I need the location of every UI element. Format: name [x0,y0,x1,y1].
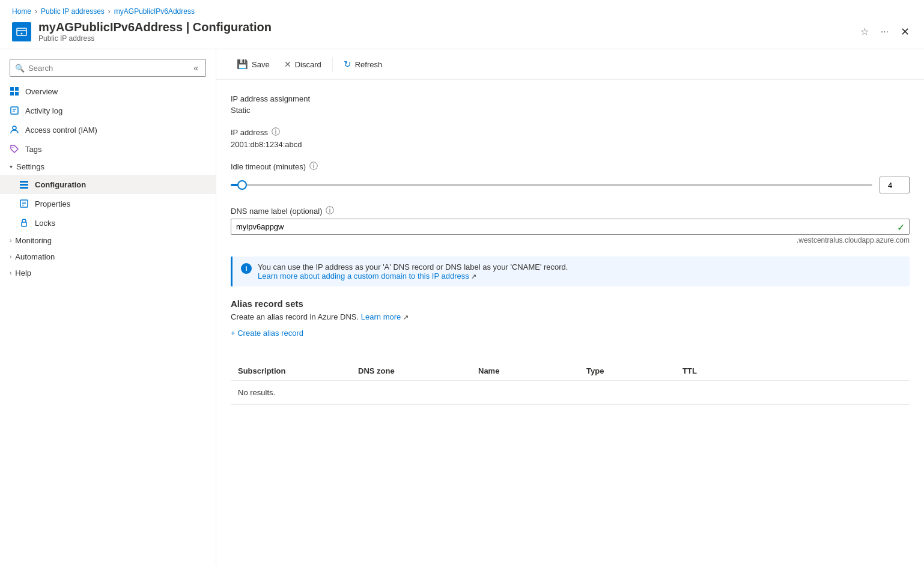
sidebar-item-activity-log[interactable]: Activity log [0,101,216,120]
search-input[interactable] [28,64,187,73]
config-content: IP address assignment Static IP address … [216,80,924,419]
dns-input-wrap: ✓ [231,219,910,235]
breadcrumb-home[interactable]: Home [12,7,31,16]
toolbar: 💾 Save ✕ Discard ↻ Refresh [216,49,924,80]
svg-rect-13 [20,184,28,186]
dns-input[interactable] [231,219,910,235]
sidebar-section-monitoring[interactable]: › Monitoring [0,232,216,249]
sidebar: 🔍 « Overview Activity log [0,49,216,564]
col-name: Name [478,366,586,375]
svg-rect-5 [10,92,14,96]
svg-point-10 [13,126,16,130]
chevron-right-icon: › [10,270,11,276]
automation-section-label: Automation [15,252,55,261]
col-subscription: Subscription [238,366,358,375]
discard-icon: ✕ [284,59,291,69]
create-alias-link[interactable]: + Create alias record [231,329,303,338]
sidebar-section-settings[interactable]: ▾ Settings [0,159,216,175]
save-icon: 💾 [237,59,248,70]
dns-checkmark-icon: ✓ [897,221,905,232]
dns-label-group: DNS name label (optional) ⓘ ✓ .westcentr… [231,205,910,244]
discard-button[interactable]: ✕ Discard [278,56,327,73]
col-dns-zone: DNS zone [358,366,478,375]
svg-point-11 [13,147,14,148]
svg-rect-7 [11,107,18,114]
title-row: myAGPublicIPv6Address | Configuration Pu… [12,20,912,49]
info-content: You can use the IP address as your 'A' D… [258,262,568,280]
ip-assignment-label: IP address assignment [231,94,910,103]
info-box: i You can use the IP address as your 'A'… [231,256,910,287]
info-text: You can use the IP address as your 'A' D… [258,262,568,271]
ip-address-value: 2001:db8:1234:abcd [231,140,910,149]
page-subtitle: Public IP address [38,34,272,43]
locks-icon [19,218,29,228]
sidebar-item-label: Locks [35,219,55,228]
slider-thumb[interactable] [237,180,247,190]
idle-timeout-input[interactable] [880,177,910,193]
sidebar-item-configuration[interactable]: Configuration [0,175,216,194]
alias-desc: Create an alias record in Azure DNS. Lea… [231,312,910,321]
activity-icon [10,106,19,115]
alias-external-icon: ↗ [403,314,409,321]
resource-icon [12,22,31,41]
search-icon: 🔍 [15,64,25,73]
chevron-right-icon: › [10,253,11,260]
svg-rect-6 [15,92,19,96]
sidebar-section-automation[interactable]: › Automation [0,249,216,265]
sidebar-item-overview[interactable]: Overview [0,82,216,101]
discard-label: Discard [295,60,321,69]
favorite-button[interactable]: ☆ [858,23,871,40]
alias-learn-more-link[interactable]: Learn more [361,312,401,321]
sidebar-item-access-control[interactable]: Access control (IAM) [0,120,216,139]
chevron-right-icon: › [10,237,11,244]
sidebar-item-label: Properties [35,199,70,208]
ip-assignment-value: Static [231,106,910,115]
sidebar-item-locks[interactable]: Locks [0,213,216,232]
breadcrumb-sep2: › [108,7,111,16]
sidebar-item-label: Access control (IAM) [25,126,97,135]
dns-label-label: DNS name label (optional) ⓘ [231,205,910,216]
breadcrumb-public-ip[interactable]: Public IP addresses [41,7,105,16]
body: 🔍 « Overview Activity log [0,49,924,564]
svg-point-2 [21,32,23,34]
sidebar-search-box[interactable]: 🔍 « [10,59,206,77]
more-options-button[interactable]: ··· [878,24,891,40]
dns-info-icon: ⓘ [326,205,334,216]
collapse-button[interactable]: « [191,62,201,74]
ip-icon [16,26,28,38]
alias-title: Alias record sets [231,299,910,309]
table-header: Subscription DNS zone Name Type TTL [231,362,910,381]
idle-timeout-slider-container [231,177,910,193]
info-circle-icon: i [241,263,252,274]
slider-track[interactable] [231,184,872,186]
monitoring-section-label: Monitoring [15,236,52,245]
sidebar-section-help[interactable]: › Help [0,265,216,281]
settings-section-label: Settings [16,162,44,171]
idle-timeout-label: Idle timeout (minutes) ⓘ [231,161,910,172]
learn-more-link[interactable]: Learn more about adding a custom domain … [258,271,469,280]
external-link-icon: ↗ [471,273,476,280]
breadcrumb: Home › Public IP addresses › myAGPublicI… [12,7,912,16]
sidebar-item-tags[interactable]: Tags [0,139,216,159]
ip-address-label: IP address ⓘ [231,127,910,138]
sidebar-item-label: Overview [25,87,58,96]
save-button[interactable]: 💾 Save [231,55,276,73]
svg-rect-12 [20,181,28,183]
svg-rect-19 [22,222,26,226]
sidebar-item-properties[interactable]: Properties [0,194,216,213]
ip-address-group: IP address ⓘ 2001:db8:1234:abcd [231,127,910,149]
help-section-label: Help [15,268,31,277]
alias-record-group: Alias record sets Create an alias record… [231,299,910,350]
sidebar-item-label: Configuration [35,180,86,189]
iam-icon [10,125,19,135]
properties-icon [19,199,29,208]
sidebar-item-label: Activity log [25,106,62,115]
close-button[interactable]: ✕ [898,23,912,41]
refresh-button[interactable]: ↻ Refresh [338,55,389,73]
refresh-icon: ↻ [344,59,351,70]
breadcrumb-resource[interactable]: myAGPublicIPv6Address [114,7,195,16]
title-left: myAGPublicIPv6Address | Configuration Pu… [12,20,272,43]
main-content: 💾 Save ✕ Discard ↻ Refresh IP address as… [216,49,924,564]
col-type: Type [586,366,682,375]
idle-timeout-info-icon: ⓘ [309,161,318,172]
